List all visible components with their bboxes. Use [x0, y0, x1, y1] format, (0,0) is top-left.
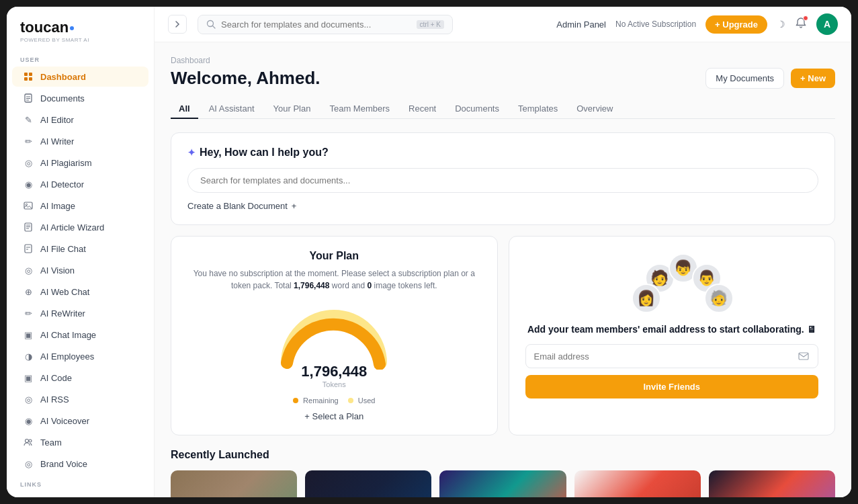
- sidebar-item-documents[interactable]: Documents: [12, 88, 148, 108]
- sidebar-item-label-ai-rss: AI RSS: [40, 394, 69, 405]
- svg-rect-3: [29, 77, 32, 81]
- ai-rewriter-icon: ✏: [23, 308, 34, 319]
- create-blank-document[interactable]: Create a Blank Document +: [187, 201, 818, 211]
- svg-rect-21: [799, 353, 808, 360]
- sidebar-item-ai-employees[interactable]: ◑ AI Employees: [12, 346, 148, 366]
- admin-panel-link[interactable]: Admin Panel: [556, 19, 606, 30]
- sidebar-item-brand-voice[interactable]: ◎ Brand Voice: [12, 454, 148, 474]
- sidebar-item-ai-rewriter[interactable]: ✏ AI ReWriter: [12, 303, 148, 323]
- sidebar-item-label-ai-writer: AI Writer: [40, 136, 74, 146]
- ai-plagiarism-icon: ◎: [23, 157, 34, 168]
- sidebar-item-label-ai-image: AI Image: [40, 201, 75, 211]
- ai-chat-image-icon: ▣: [23, 329, 34, 340]
- image-card-2[interactable]: [305, 470, 431, 497]
- sidebar-item-ai-image[interactable]: AI Image: [12, 196, 148, 216]
- ai-vision-icon: ◎: [23, 265, 34, 276]
- sidebar-item-label-ai-web-chat: AI Web Chat: [40, 287, 89, 297]
- plan-token-count: 1,796,448: [294, 281, 329, 290]
- ai-employees-icon: ◑: [23, 351, 34, 362]
- recently-launched-section: Recently Launched: [171, 449, 835, 497]
- notifications-button[interactable]: [795, 17, 807, 32]
- page-title-row: Welcome, Ahmed. My Documents + New: [171, 68, 835, 89]
- sidebar-item-label-ai-file-chat: AI File Chat: [40, 244, 86, 254]
- sidebar-item-ai-voiceover[interactable]: ◉ AI Voiceover: [12, 411, 148, 431]
- sidebar-item-dashboard[interactable]: Dashboard: [12, 67, 148, 87]
- team-avatars: 🧑 👦 👨 👩 🧓: [605, 250, 739, 317]
- tab-overview[interactable]: Overview: [568, 99, 621, 119]
- logo-text: toucan: [20, 19, 140, 36]
- sidebar-item-label-team: Team: [40, 437, 62, 448]
- sidebar-item-label-support: Support: [40, 497, 71, 498]
- tab-recent[interactable]: Recent: [400, 99, 444, 119]
- new-document-button[interactable]: + New: [791, 69, 835, 88]
- image-card-4[interactable]: [574, 470, 701, 497]
- collapse-sidebar-button[interactable]: [168, 15, 187, 34]
- tab-ai-assistant[interactable]: AI Assistant: [201, 99, 263, 119]
- remaining-dot: [293, 398, 298, 403]
- plan-image-count: 0: [368, 281, 372, 290]
- sidebar-item-ai-code[interactable]: ▣ AI Code: [12, 368, 148, 388]
- ai-file-chat-icon: [23, 243, 34, 254]
- sidebar-item-label-ai-article-wizard: AI Article Wizard: [40, 222, 104, 233]
- sidebar-item-ai-vision[interactable]: ◎ AI Vision: [12, 260, 148, 280]
- team-avatar-4: 👩: [632, 284, 661, 313]
- image-card-5[interactable]: [709, 470, 835, 497]
- team-avatar-5: 🧓: [704, 284, 734, 313]
- page-actions: My Documents + New: [705, 68, 835, 89]
- user-avatar[interactable]: A: [816, 13, 838, 35]
- app-container: toucan POWERED BY SMART AI USER Dashboar…: [7, 7, 851, 497]
- sidebar-item-label-ai-vision: AI Vision: [40, 265, 75, 276]
- sidebar-item-support[interactable]: ⊕ Support: [12, 491, 148, 497]
- sidebar-item-ai-web-chat[interactable]: ⊕ AI Web Chat: [12, 282, 148, 302]
- no-subscription-badge: No Active Subscription: [615, 19, 696, 29]
- ai-editor-icon: ✎: [23, 114, 34, 125]
- theme-toggle-icon[interactable]: ☽: [777, 19, 785, 30]
- tab-all[interactable]: All: [171, 99, 198, 119]
- sidebar-links-section: LINKS: [7, 474, 154, 491]
- gauge-chart: [273, 302, 394, 370]
- ai-detector-icon: ◉: [23, 179, 34, 190]
- gauge-label: Tokens: [323, 380, 346, 388]
- plan-title: Your Plan: [187, 250, 481, 262]
- upgrade-button[interactable]: + Upgrade: [705, 15, 767, 34]
- sidebar-item-ai-rss[interactable]: ◎ AI RSS: [12, 389, 148, 409]
- invite-friends-button[interactable]: Invite Friends: [525, 375, 819, 398]
- sidebar-item-ai-detector[interactable]: ◉ AI Detector: [12, 174, 148, 194]
- svg-rect-1: [29, 73, 32, 76]
- ai-writer-icon: ✏: [23, 136, 34, 146]
- sidebar-item-team[interactable]: Team: [12, 432, 148, 452]
- image-card-1[interactable]: [171, 470, 297, 497]
- sidebar-item-ai-editor[interactable]: ✎ AI Editor: [12, 110, 148, 130]
- svg-rect-0: [24, 73, 28, 76]
- help-section: ✦ Hey, How can I help you? Create a Blan…: [171, 132, 835, 225]
- my-documents-button[interactable]: My Documents: [705, 68, 784, 89]
- nav-tabs: All AI Assistant Your Plan Team Members …: [171, 99, 835, 119]
- used-dot: [348, 398, 353, 403]
- tab-templates[interactable]: Templates: [510, 99, 566, 119]
- search-input[interactable]: [221, 19, 411, 30]
- tab-your-plan[interactable]: Your Plan: [265, 99, 319, 119]
- team-screen-icon: 🖥: [807, 324, 816, 335]
- sidebar-item-ai-writer[interactable]: ✏ AI Writer: [12, 131, 148, 151]
- svg-rect-14: [25, 245, 32, 253]
- image-card-3[interactable]: [439, 470, 566, 497]
- main-area: ctrl + K Admin Panel No Active Subscript…: [155, 7, 851, 497]
- select-plan-button[interactable]: + Select a Plan: [187, 411, 481, 421]
- tab-documents[interactable]: Documents: [447, 99, 507, 119]
- ai-rss-icon: ◎: [23, 394, 34, 405]
- tab-team-members[interactable]: Team Members: [321, 99, 398, 119]
- svg-point-18: [29, 439, 32, 442]
- support-icon: ⊕: [23, 496, 34, 497]
- sidebar-item-ai-article-wizard[interactable]: AI Article Wizard: [12, 217, 148, 237]
- help-search-input[interactable]: [187, 168, 818, 193]
- dashboard-icon: [23, 71, 34, 82]
- sidebar-item-ai-chat-image[interactable]: ▣ AI Chat Image: [12, 325, 148, 345]
- top-header: ctrl + K Admin Panel No Active Subscript…: [155, 7, 851, 42]
- sidebar-item-ai-file-chat[interactable]: AI File Chat: [12, 239, 148, 259]
- svg-line-20: [213, 26, 216, 29]
- email-input[interactable]: [534, 351, 793, 362]
- sidebar-item-ai-plagiarism[interactable]: ◎ AI Plagiarism: [12, 153, 148, 173]
- sparkle-icon: ✦: [187, 147, 196, 158]
- sidebar-item-label-dashboard: Dashboard: [40, 72, 86, 82]
- create-blank-label: Create a Blank Document: [187, 201, 288, 211]
